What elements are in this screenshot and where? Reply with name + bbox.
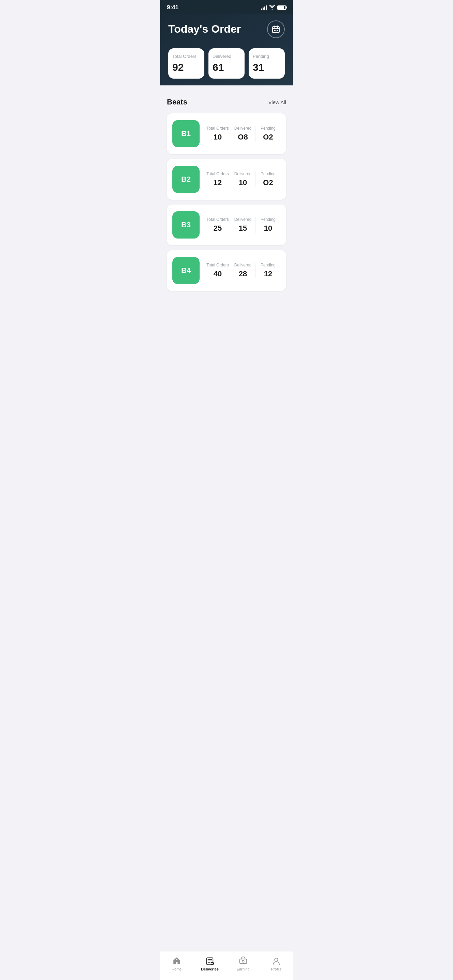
beat-stat-total-b4: Total Orders 40	[205, 263, 230, 278]
view-all-button[interactable]: View All	[268, 99, 286, 105]
content-area: Beats View All B1 Total Orders 10 Delive…	[160, 86, 293, 330]
stat-value-delivered: 61	[212, 62, 241, 73]
header: Today's Order Total Orders 92 Delivered …	[160, 14, 293, 86]
stat-label-total: Total Orders	[172, 54, 200, 59]
page-title: Today's Order	[168, 23, 241, 35]
header-top: Today's Order	[168, 21, 285, 38]
status-bar: 9:41	[160, 0, 293, 14]
beat-stat-delivered-b4: Delivered 28	[230, 263, 255, 278]
stat-card-pending: Pending 31	[249, 48, 285, 79]
svg-rect-6	[277, 30, 278, 31]
beats-list: B1 Total Orders 10 Delivered O8 Pending …	[167, 113, 286, 291]
battery-icon	[277, 5, 286, 10]
wifi-icon	[269, 5, 275, 10]
beat-stats-b2: Total Orders 12 Delivered 10 Pending O2	[205, 172, 281, 187]
beat-card-b1[interactable]: B1 Total Orders 10 Delivered O8 Pending …	[167, 113, 286, 154]
beat-stats-b1: Total Orders 10 Delivered O8 Pending O2	[205, 126, 281, 142]
stat-cards: Total Orders 92 Delivered 61 Pending 31	[168, 48, 285, 79]
svg-rect-5	[276, 30, 277, 31]
beat-stat-total-b3: Total Orders 25	[205, 217, 230, 233]
stat-value-pending: 31	[253, 62, 281, 73]
section-header: Beats View All	[167, 98, 286, 107]
beat-badge-b1: B1	[172, 120, 199, 147]
beat-stat-delivered-b3: Delivered 15	[230, 217, 255, 233]
signal-icon	[261, 5, 267, 10]
beat-stats-b3: Total Orders 25 Delivered 15 Pending 10	[205, 217, 281, 233]
beat-stat-total-b2: Total Orders 12	[205, 172, 230, 187]
stat-value-total: 92	[172, 62, 200, 73]
beat-stat-pending-b2: Pending O2	[255, 172, 281, 187]
beat-stat-delivered-b1: Delivered O8	[230, 126, 255, 142]
calendar-icon	[271, 25, 280, 34]
status-time: 9:41	[167, 4, 179, 11]
stat-label-delivered: Delivered	[212, 54, 241, 59]
svg-rect-4	[274, 30, 275, 31]
beat-badge-b2: B2	[172, 166, 199, 193]
svg-rect-0	[273, 27, 279, 33]
beat-stats-b4: Total Orders 40 Delivered 28 Pending 12	[205, 263, 281, 278]
beat-card-b2[interactable]: B2 Total Orders 12 Delivered 10 Pending …	[167, 159, 286, 200]
stat-card-total-orders: Total Orders 92	[168, 48, 204, 79]
beat-badge-b3: B3	[172, 211, 199, 239]
beat-card-b3[interactable]: B3 Total Orders 25 Delivered 15 Pending …	[167, 205, 286, 245]
beat-stat-delivered-b2: Delivered 10	[230, 172, 255, 187]
beat-stat-pending-b4: Pending 12	[255, 263, 281, 278]
stat-label-pending: Pending	[253, 54, 281, 59]
beat-stat-pending-b3: Pending 10	[255, 217, 281, 233]
status-icons	[261, 5, 286, 10]
beat-stat-total-b1: Total Orders 10	[205, 126, 230, 142]
beat-card-b4[interactable]: B4 Total Orders 40 Delivered 28 Pending …	[167, 250, 286, 291]
calendar-button[interactable]	[267, 21, 285, 38]
beat-stat-pending-b1: Pending O2	[255, 126, 281, 142]
beat-badge-b4: B4	[172, 257, 199, 284]
section-title: Beats	[167, 98, 187, 107]
stat-card-delivered: Delivered 61	[209, 48, 244, 79]
